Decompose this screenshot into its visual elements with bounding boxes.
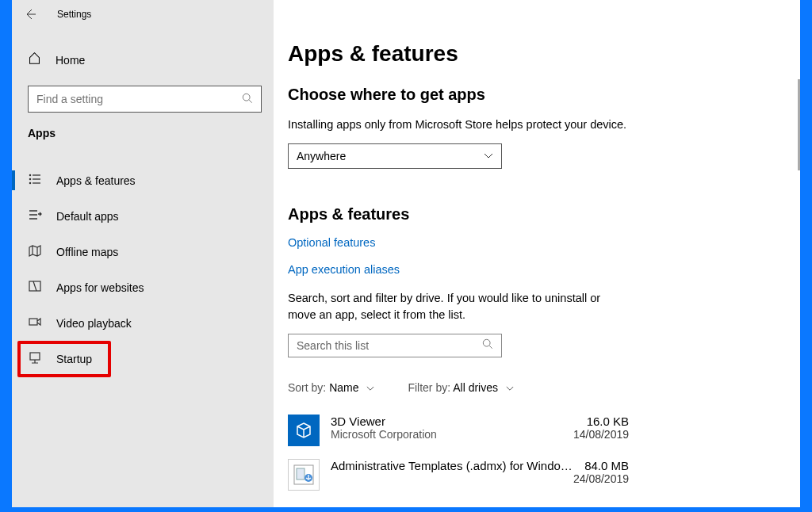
nav-apps-features[interactable]: Apps & features: [12, 162, 274, 198]
websites-icon: [28, 279, 42, 296]
nav-item-label: Default apps: [56, 210, 119, 223]
window-title: Settings: [57, 9, 91, 20]
nav-item-label: Video playback: [56, 317, 132, 330]
choose-apps-desc: Installing apps only from Microsoft Stor…: [288, 117, 776, 132]
app-date: 14/08/2019: [573, 428, 629, 441]
choose-apps-heading: Choose where to get apps: [288, 86, 776, 104]
home-nav[interactable]: Home: [28, 52, 85, 68]
app-size: 16.0 KB: [573, 415, 629, 428]
af-heading: Apps & features: [288, 205, 776, 224]
svg-point-0: [243, 94, 250, 101]
svg-rect-10: [297, 468, 304, 480]
app-date: 24/08/2019: [573, 472, 629, 485]
chevron-down-icon: [366, 384, 374, 393]
back-arrow-icon: [24, 8, 36, 21]
nav-video-playback[interactable]: Video playback: [12, 305, 274, 341]
defaults-icon: [28, 208, 42, 225]
nav-default-apps[interactable]: Default apps: [12, 198, 274, 234]
list-icon: [28, 172, 42, 189]
nav-startup[interactable]: Startup: [12, 341, 274, 376]
svg-point-2: [29, 178, 30, 179]
chevron-down-icon: [484, 152, 493, 161]
content-panel: Apps & features Choose where to get apps…: [274, 0, 800, 507]
app-row[interactable]: 3D Viewer Microsoft Corporation 16.0 KB …: [288, 415, 629, 459]
app-row[interactable]: Administrative Templates (.admx) for Win…: [288, 459, 629, 503]
svg-point-3: [29, 182, 30, 183]
search-icon: [482, 338, 493, 353]
home-icon: [28, 52, 41, 68]
apps-features-section: Apps & features Optional features App ex…: [288, 205, 776, 503]
search-placeholder-text: Search this list: [297, 339, 369, 352]
titlebar: Settings: [12, 0, 274, 29]
nav-item-label: Apps & features: [56, 174, 136, 187]
settings-window: Settings Home Apps: [12, 0, 800, 507]
nav-offline-maps[interactable]: Offline maps: [12, 234, 274, 269]
app-execution-aliases-link[interactable]: App execution aliases: [288, 263, 776, 276]
app-size: 84.0 MB: [573, 459, 629, 472]
scrollbar[interactable]: [798, 79, 800, 170]
af-desc-line2: move an app, select it from the list.: [288, 307, 776, 323]
app-icon: [288, 415, 320, 446]
app-icon: [288, 459, 320, 491]
filter-value: All drives: [453, 381, 498, 394]
section-label: Apps: [28, 127, 56, 139]
optional-features-link[interactable]: Optional features: [288, 236, 776, 249]
svg-rect-5: [29, 319, 37, 325]
home-label: Home: [56, 54, 85, 67]
annotation-highlight: [17, 341, 111, 377]
nav-item-label: Offline maps: [56, 246, 118, 258]
nav-apps-websites[interactable]: Apps for websites: [12, 269, 274, 305]
filter-by-control[interactable]: Filter by: All drives: [408, 381, 514, 394]
sort-label: Sort by:: [288, 381, 326, 394]
app-publisher: Microsoft Corporation: [331, 428, 573, 441]
sort-by-control[interactable]: Sort by: Name: [288, 381, 374, 394]
map-icon: [28, 243, 42, 261]
app-name: 3D Viewer: [331, 415, 573, 428]
settings-search-input[interactable]: [36, 93, 242, 105]
chevron-down-icon: [506, 384, 514, 393]
sort-value: Name: [329, 381, 358, 394]
nav-list: Apps & features Default apps Offline: [12, 162, 274, 376]
page-heading: Apps & features: [288, 41, 776, 67]
sort-filter-row: Sort by: Name Filter by: All drives: [288, 381, 776, 394]
nav-item-label: Apps for websites: [56, 281, 144, 294]
app-name: Administrative Templates (.admx) for Win…: [331, 459, 573, 472]
svg-point-8: [483, 339, 490, 346]
app-source-dropdown[interactable]: Anywhere: [288, 143, 502, 169]
video-icon: [28, 315, 42, 332]
search-icon: [242, 93, 253, 106]
filter-label: Filter by:: [408, 381, 450, 394]
app-list-search[interactable]: Search this list: [288, 334, 502, 357]
back-button[interactable]: [12, 0, 48, 29]
dropdown-value: Anywhere: [297, 150, 346, 162]
sidebar: Settings Home Apps: [12, 0, 274, 507]
af-desc-line1: Search, sort and filter by drive. If you…: [288, 290, 776, 306]
svg-point-1: [29, 174, 30, 175]
app-list: 3D Viewer Microsoft Corporation 16.0 KB …: [288, 415, 629, 503]
settings-search[interactable]: [28, 86, 262, 113]
